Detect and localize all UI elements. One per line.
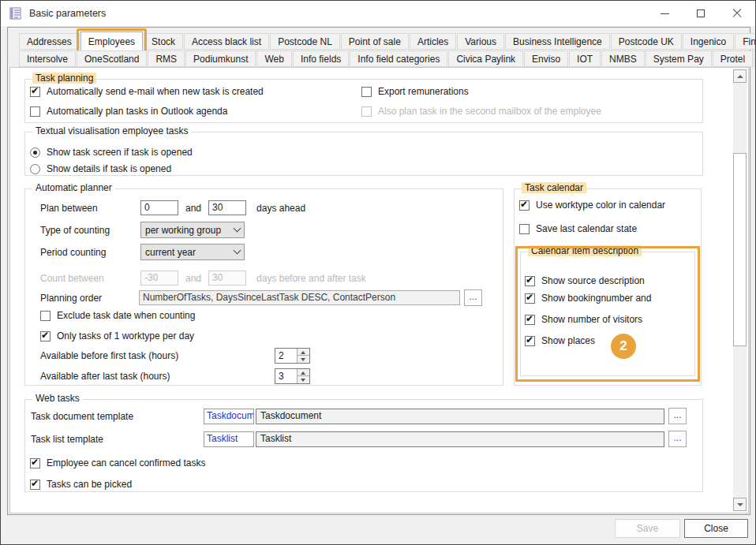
checkbox-one-worktype-label: Only tasks of 1 worktype per day	[57, 330, 194, 342]
checkbox-tasks-picked[interactable]: Tasks can be picked	[30, 479, 132, 491]
checkbox-show-places-box[interactable]	[525, 336, 535, 346]
period-counting-label: Period counting	[40, 247, 140, 258]
checkbox-show-bookingnumber-box[interactable]	[525, 293, 535, 304]
task-list-template-input[interactable]: Tasklist	[256, 431, 664, 447]
tab-rms[interactable]: RMS	[148, 50, 185, 67]
tab-info-field-categories[interactable]: Info field categories	[350, 50, 447, 67]
planning-order-input[interactable]: NumberOfTasks, DaysSinceLastTask DESC, C…	[139, 290, 460, 305]
row-type-of-counting: Type of counting per working group	[40, 222, 245, 238]
checkbox-exclude-task-date-box[interactable]	[40, 311, 51, 321]
available-after-label: Available after last task (hours)	[40, 371, 275, 382]
task-document-template-input[interactable]: Taskdocument	[256, 409, 664, 424]
tab-various[interactable]: Various	[457, 33, 504, 50]
task-document-template-link[interactable]: Taskdocument	[204, 409, 254, 424]
tab-intersolve[interactable]: Intersolve	[19, 50, 76, 67]
checkbox-show-places[interactable]: Show places	[525, 335, 595, 347]
tab-business-intelligence[interactable]: Business Intelligence	[505, 33, 610, 50]
tab-stock[interactable]: Stock	[144, 33, 183, 50]
radio-show-task-screen[interactable]: Show task screen if task is opened	[30, 147, 193, 159]
checkbox-show-visitors[interactable]: Show number of visitors	[525, 314, 642, 326]
close-icon	[732, 9, 742, 18]
checkbox-one-worktype[interactable]: Only tasks of 1 worktype per day	[40, 330, 194, 342]
available-before-label: Available before first task (hours)	[40, 350, 275, 361]
checkbox-worktype-color-box[interactable]	[519, 200, 530, 211]
tab-ingenico[interactable]: Ingenico	[683, 33, 734, 50]
radio-show-details-control[interactable]	[30, 164, 40, 174]
annotation-step-badge: 2	[611, 334, 636, 359]
checkbox-outlook-agenda-box[interactable]	[30, 106, 40, 117]
task-document-template-browse-button[interactable]: ...	[668, 408, 687, 424]
checkbox-save-calendar-state-box[interactable]	[519, 224, 530, 234]
tab-addresses[interactable]: Addresses	[19, 33, 80, 50]
checkbox-cancel-confirmed-box[interactable]	[30, 458, 40, 468]
stepper-up-icon[interactable]	[298, 369, 309, 377]
save-button[interactable]: Save	[615, 519, 680, 538]
tab-system-pay[interactable]: System Pay	[646, 50, 712, 67]
checkbox-worktype-color-label: Use worktype color in calendar	[536, 200, 665, 211]
checkbox-save-calendar-state[interactable]: Save last calendar state	[519, 223, 637, 235]
tab-podiumkunst[interactable]: Podiumkunst	[185, 50, 256, 67]
tab-info-fields[interactable]: Info fields	[293, 50, 349, 67]
checkbox-show-source[interactable]: Show source description	[525, 275, 645, 287]
chevron-down-icon	[234, 225, 241, 233]
tab-employees-label: Employees	[88, 36, 135, 47]
stepper-down-icon[interactable]	[298, 376, 309, 383]
task-list-template-browse-button[interactable]: ...	[668, 431, 687, 447]
scrollbar-up-button[interactable]	[733, 69, 747, 83]
scrollbar-down-button[interactable]	[733, 498, 747, 511]
close-button[interactable]	[719, 1, 755, 26]
checkbox-save-calendar-state-label: Save last calendar state	[536, 223, 637, 235]
tab-web[interactable]: Web	[256, 50, 291, 67]
tab-iot[interactable]: IOT	[569, 50, 601, 67]
tab-articles[interactable]: Articles	[410, 33, 456, 50]
checkbox-show-visitors-box[interactable]	[525, 315, 535, 325]
stepper-up-icon[interactable]	[298, 349, 309, 356]
tab-enviso[interactable]: Enviso	[524, 50, 568, 67]
task-document-template-label: Task document template	[31, 411, 204, 422]
tab-point-of-sale[interactable]: Point of sale	[341, 33, 409, 50]
radio-show-details[interactable]: Show details if task is opened	[30, 163, 171, 175]
plan-between-from-input[interactable]: 0	[140, 200, 178, 215]
checkbox-export-remunerations[interactable]: Export remunerations	[361, 86, 469, 98]
checkbox-tasks-picked-box[interactable]	[30, 480, 40, 490]
close-dialog-button[interactable]: Close	[684, 519, 748, 538]
minimize-button[interactable]	[646, 1, 683, 26]
task-list-template-link[interactable]: Tasklist	[204, 431, 254, 447]
scrollbar-thumb[interactable]	[733, 153, 747, 346]
chevron-down-icon	[234, 247, 241, 255]
count-between-from-input: -30	[140, 271, 178, 286]
tab-finances[interactable]: Finances	[735, 33, 756, 50]
checkbox-show-bookingnumber[interactable]: Show bookingnumber and	[525, 293, 651, 304]
row-period-counting: Period counting current year	[40, 244, 245, 260]
checkbox-send-email-box[interactable]	[30, 87, 40, 97]
radio-show-task-screen-label: Show task screen if task is opened	[47, 147, 193, 159]
checkbox-worktype-color[interactable]: Use worktype color in calendar	[519, 200, 665, 211]
tab-access-black-list[interactable]: Access black list	[184, 33, 269, 50]
type-of-counting-select[interactable]: per working group	[140, 222, 245, 238]
plan-between-to-input[interactable]: 30	[208, 200, 246, 215]
tab-civica-paylink[interactable]: Civica Paylink	[448, 50, 523, 67]
group-task-calendar-title: Task calendar	[522, 182, 586, 193]
checkbox-show-source-box[interactable]	[525, 276, 535, 286]
tab-nmbs[interactable]: NMBS	[601, 50, 645, 67]
checkbox-export-remunerations-box[interactable]	[361, 87, 372, 97]
tab-postcode-nl[interactable]: Postcode NL	[270, 33, 340, 50]
radio-show-task-screen-control[interactable]	[30, 147, 40, 158]
stepper-down-icon[interactable]	[298, 356, 309, 363]
checkbox-exclude-task-date[interactable]: Exclude task date when counting	[40, 310, 195, 322]
checkbox-send-email[interactable]: Automatically send e-mail when new task …	[30, 86, 264, 98]
checkbox-outlook-agenda[interactable]: Automatically plan tasks in Outlook agen…	[30, 106, 227, 118]
vertical-scrollbar[interactable]	[733, 69, 747, 511]
tab-onescotland[interactable]: OneScotland	[77, 50, 147, 67]
period-counting-select[interactable]: current year	[140, 244, 245, 260]
maximize-button[interactable]	[683, 1, 719, 26]
tab-protel[interactable]: Protel	[713, 50, 753, 67]
checkbox-one-worktype-box[interactable]	[40, 331, 51, 342]
checkbox-cancel-confirmed[interactable]: Employee can cancel confirmed tasks	[30, 457, 205, 469]
available-before-stepper[interactable]: 2	[275, 348, 310, 364]
available-after-stepper[interactable]: 3	[275, 368, 310, 384]
title-bar: Basic parameters	[1, 1, 755, 26]
tab-employees[interactable]: Employees	[80, 32, 143, 51]
tab-postcode-uk[interactable]: Postcode UK	[611, 33, 682, 50]
planning-order-browse-button[interactable]: ...	[464, 289, 482, 306]
